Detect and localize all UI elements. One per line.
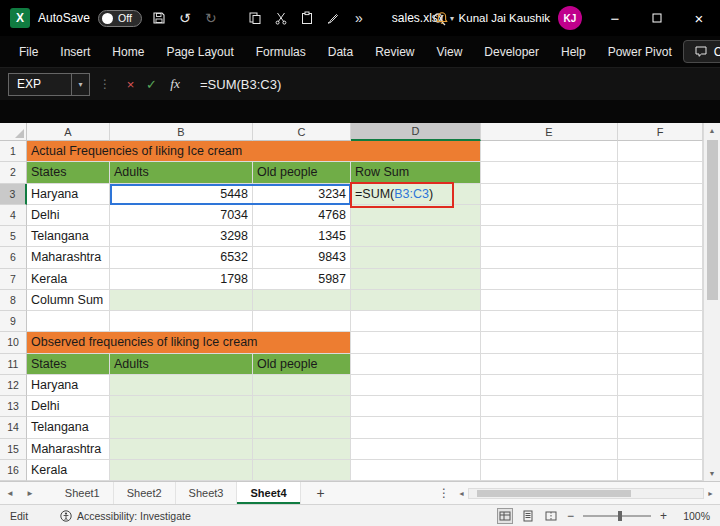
cell-C15[interactable] bbox=[253, 439, 351, 460]
sheet-tab-sheet3[interactable]: Sheet3 bbox=[176, 482, 238, 504]
cell-B13[interactable] bbox=[110, 396, 253, 417]
row-header-1[interactable]: 1 bbox=[0, 141, 27, 162]
cell-F13[interactable] bbox=[618, 396, 703, 417]
minimize-button[interactable]: − bbox=[594, 0, 636, 36]
cell-F15[interactable] bbox=[618, 439, 703, 460]
copy-icon[interactable] bbox=[246, 9, 264, 27]
cell-E1[interactable] bbox=[481, 141, 618, 162]
sheet-nav-left-icon[interactable]: ◄ bbox=[0, 489, 20, 498]
cell-A15[interactable]: Maharashtra bbox=[27, 439, 110, 460]
insert-function-icon[interactable]: fx bbox=[162, 76, 188, 92]
row-header-13[interactable]: 13 bbox=[0, 396, 27, 417]
ribbon-tab-power-pivot[interactable]: Power Pivot bbox=[597, 36, 683, 68]
ribbon-tab-help[interactable]: Help bbox=[550, 36, 597, 68]
row-header-12[interactable]: 12 bbox=[0, 375, 27, 396]
cell-C3[interactable]: 3234 bbox=[253, 184, 351, 205]
ribbon-tab-data[interactable]: Data bbox=[317, 36, 364, 68]
cell-E11[interactable] bbox=[481, 354, 618, 375]
cell-D13[interactable] bbox=[351, 396, 481, 417]
cell-E12[interactable] bbox=[481, 375, 618, 396]
cell-B15[interactable] bbox=[110, 439, 253, 460]
ribbon-tab-file[interactable]: File bbox=[8, 36, 49, 68]
cell-A3[interactable]: Haryana bbox=[27, 184, 110, 205]
sheet-tab-sheet2[interactable]: Sheet2 bbox=[114, 482, 176, 504]
avatar[interactable]: KJ bbox=[558, 6, 582, 30]
cell-B6[interactable]: 6532 bbox=[110, 247, 253, 268]
cell-E2[interactable] bbox=[481, 162, 618, 183]
cell-C5[interactable]: 1345 bbox=[253, 226, 351, 247]
cell-C12[interactable] bbox=[253, 375, 351, 396]
cell-E8[interactable] bbox=[481, 290, 618, 311]
sheet-more-icon[interactable]: ⋮ bbox=[430, 486, 458, 500]
ribbon-tab-review[interactable]: Review bbox=[364, 36, 425, 68]
autosave-toggle[interactable]: Off bbox=[98, 10, 142, 27]
cell-F6[interactable] bbox=[618, 247, 703, 268]
cell-F14[interactable] bbox=[618, 417, 703, 438]
cell-B11[interactable]: Adults bbox=[110, 354, 253, 375]
ribbon-tab-home[interactable]: Home bbox=[101, 36, 155, 68]
vertical-scrollbar[interactable]: ▲ ▼ bbox=[703, 123, 720, 481]
cell-A11[interactable]: States bbox=[27, 354, 110, 375]
row-header-15[interactable]: 15 bbox=[0, 439, 27, 460]
cell-E5[interactable] bbox=[481, 226, 618, 247]
row-header-8[interactable]: 8 bbox=[0, 290, 27, 311]
ribbon-tab-view[interactable]: View bbox=[426, 36, 474, 68]
cell-F2[interactable] bbox=[618, 162, 703, 183]
row-header-6[interactable]: 6 bbox=[0, 247, 27, 268]
cell-D15[interactable] bbox=[351, 439, 481, 460]
paste-icon[interactable] bbox=[298, 9, 316, 27]
cell-F10[interactable] bbox=[618, 332, 703, 353]
cell-E14[interactable] bbox=[481, 417, 618, 438]
cell-B9[interactable] bbox=[110, 311, 253, 332]
cell-A14[interactable]: Telangana bbox=[27, 417, 110, 438]
row-header-11[interactable]: 11 bbox=[0, 354, 27, 375]
cell-A2[interactable]: States bbox=[27, 162, 110, 183]
cell-D8[interactable] bbox=[351, 290, 481, 311]
cell-C4[interactable]: 4768 bbox=[253, 205, 351, 226]
cell-D4[interactable] bbox=[351, 205, 481, 226]
scroll-down-icon[interactable]: ▼ bbox=[709, 466, 716, 481]
cell-A1[interactable]: Actual Frequencies of liking Ice cream bbox=[27, 141, 481, 162]
cell-E13[interactable] bbox=[481, 396, 618, 417]
cell-F9[interactable] bbox=[618, 311, 703, 332]
cell-B14[interactable] bbox=[110, 417, 253, 438]
cell-E4[interactable] bbox=[481, 205, 618, 226]
sheet-nav-right-icon[interactable]: ► bbox=[20, 489, 40, 498]
row-header-10[interactable]: 10 bbox=[0, 332, 27, 353]
cell-D7[interactable] bbox=[351, 269, 481, 290]
row-header-3[interactable]: 3 bbox=[0, 184, 27, 205]
cell-F8[interactable] bbox=[618, 290, 703, 311]
cell-D9[interactable] bbox=[351, 311, 481, 332]
zoom-slider-thumb[interactable] bbox=[618, 511, 622, 521]
cell-D12[interactable] bbox=[351, 375, 481, 396]
cell-C7[interactable]: 5987 bbox=[253, 269, 351, 290]
row-header-7[interactable]: 7 bbox=[0, 269, 27, 290]
cell-E9[interactable] bbox=[481, 311, 618, 332]
name-box-dropdown-icon[interactable]: ▾ bbox=[71, 74, 89, 95]
horizontal-scroll-thumb[interactable] bbox=[477, 490, 632, 497]
cell-A10[interactable]: Observed frequencies of liking Ice cream bbox=[27, 332, 351, 353]
cell-D10[interactable] bbox=[351, 332, 481, 353]
ribbon-tab-developer[interactable]: Developer bbox=[473, 36, 550, 68]
enter-icon[interactable]: ✓ bbox=[141, 77, 162, 92]
select-all-button[interactable] bbox=[0, 123, 27, 141]
ribbon-tab-insert[interactable]: Insert bbox=[49, 36, 101, 68]
zoom-out-icon[interactable]: − bbox=[567, 509, 574, 523]
cell-A12[interactable]: Haryana bbox=[27, 375, 110, 396]
cell-F12[interactable] bbox=[618, 375, 703, 396]
cell-A7[interactable]: Kerala bbox=[27, 269, 110, 290]
sheet-tab-sheet1[interactable]: Sheet1 bbox=[52, 482, 114, 504]
cell-B8[interactable] bbox=[110, 290, 253, 311]
cell-E6[interactable] bbox=[481, 247, 618, 268]
cell-B4[interactable]: 7034 bbox=[110, 205, 253, 226]
scroll-up-icon[interactable]: ▲ bbox=[709, 123, 716, 138]
cell-B5[interactable]: 3298 bbox=[110, 226, 253, 247]
undo-icon[interactable]: ↺ bbox=[176, 9, 194, 27]
cell-A13[interactable]: Delhi bbox=[27, 396, 110, 417]
cell-D11[interactable] bbox=[351, 354, 481, 375]
cell-D2[interactable]: Row Sum bbox=[351, 162, 481, 183]
cell-F3[interactable] bbox=[618, 184, 703, 205]
excel-logo-icon[interactable]: X bbox=[10, 8, 30, 28]
cell-D14[interactable] bbox=[351, 417, 481, 438]
cell-F4[interactable] bbox=[618, 205, 703, 226]
